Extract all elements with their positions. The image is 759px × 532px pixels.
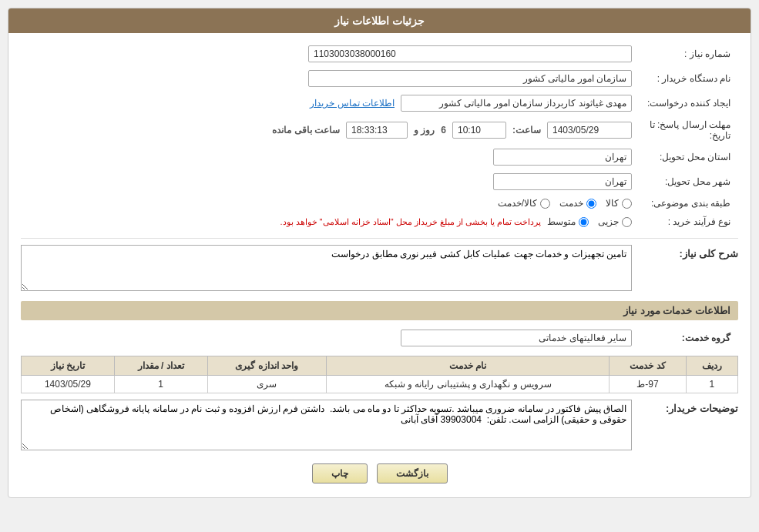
gorooh-input[interactable] <box>401 330 632 346</box>
tabaqe-khedmat-item[interactable]: خدمت <box>559 198 596 209</box>
cell-kod: 97-ط <box>610 376 686 393</box>
shahr-row: شهر محل تحویل: <box>22 170 737 193</box>
services-table: ردیف کد خدمت نام خدمت واحد اندازه گیری ت… <box>21 356 738 393</box>
tabaqe-khedmat-radio[interactable] <box>586 199 596 209</box>
tabaqe-kala-item[interactable]: کالا <box>606 198 632 209</box>
print-button[interactable]: چاپ <box>312 463 368 483</box>
tozihat-label: توضیحات خریدار: <box>638 400 738 414</box>
table-row: 1 97-ط سرویس و نگهداری و پشتیبانی رایانه… <box>22 376 738 393</box>
back-button[interactable]: بازگشت <box>377 463 448 483</box>
ijad-value-row: اطلاعات تماس خریدار <box>25 95 632 112</box>
shomara-label: شماره نیاز : <box>636 42 737 65</box>
cell-radif: 1 <box>686 376 737 393</box>
ostan-label: استان محل تحویل: <box>636 146 737 169</box>
gorooh-label: گروه خدمت: <box>636 326 737 350</box>
divider-1 <box>21 238 738 239</box>
sharh-label: شرح کلی نیاز: <box>638 245 738 259</box>
sharh-section: شرح کلی نیاز: تامین تجهیزات و خدمات جهت … <box>21 245 738 293</box>
nooe-jozi-item[interactable]: جزیی <box>598 216 632 227</box>
ostan-input[interactable] <box>493 149 632 166</box>
tabaqe-kala-radio[interactable] <box>622 199 632 209</box>
mohlat-label: مهلت ارسال پاسخ: تا تاریخ: <box>636 116 737 144</box>
dastgah-label: نام دستگاه خریدار : <box>636 67 737 90</box>
gorooh-section: گروه خدمت: <box>21 325 738 351</box>
shahr-label: شهر محل تحویل: <box>636 170 737 193</box>
cell-nam: سرویس و نگهداری و پشتیبانی رایانه و شبکه <box>327 376 610 393</box>
gorooh-row: گروه خدمت: <box>22 326 737 350</box>
saat-mande-input[interactable] <box>346 122 408 139</box>
contact-info-link[interactable]: اطلاعات تماس خریدار <box>310 98 395 109</box>
button-group: بازگشت چاپ <box>21 463 738 483</box>
rooz-value: 6 <box>441 125 446 136</box>
nooe-farayand-label: نوع فرآیند خرید : <box>636 213 737 230</box>
nooe-farayand-note: پرداخت تمام یا بخشی از مبلغ خریداز محل "… <box>280 217 541 227</box>
dastgah-input[interactable] <box>308 70 632 87</box>
nooe-jozi-radio[interactable] <box>622 217 632 227</box>
nooe-farayand-value-row: جزیی متوسط پرداخت تمام یا بخشی از مبلغ خ… <box>25 216 632 227</box>
mohlat-value-row: ساعت: 6 روز و ساعت باقی مانده <box>25 122 632 139</box>
date-input[interactable] <box>547 122 632 139</box>
khadamat-section-title: اطلاعات خدمات مورد نیاز <box>21 301 738 320</box>
nooe-motavasset-radio[interactable] <box>579 217 589 227</box>
ostan-row: استان محل تحویل: <box>22 146 737 169</box>
tabaqe-kala-khedmat-label: کالا/خدمت <box>498 198 537 209</box>
table-body: 1 97-ط سرویس و نگهداری و پشتیبانی رایانه… <box>22 376 738 393</box>
ijad-input[interactable] <box>401 95 632 112</box>
cell-tarikh: 1403/05/29 <box>22 376 115 393</box>
shomara-input[interactable] <box>308 45 632 62</box>
nooe-jozi-label: جزیی <box>598 216 619 227</box>
ijad-row: ایجاد کننده درخواست: اطلاعات تماس خریدار <box>22 92 737 115</box>
nooe-motavasset-label: متوسط <box>547 216 576 227</box>
sharh-textarea[interactable]: تامین تجهیزات و خدمات جهت عملیات کابل کش… <box>21 245 632 291</box>
col-vahed: واحد اندازه گیری <box>207 356 327 376</box>
col-kod: کد خدمت <box>610 356 686 376</box>
table-header: ردیف کد خدمت نام خدمت واحد اندازه گیری ت… <box>22 356 738 376</box>
tabaqe-khedmat-label: خدمت <box>559 198 583 209</box>
page-container: جزئیات اطلاعات نیاز شماره نیاز : نام د <box>0 0 759 532</box>
cell-tedad: 1 <box>114 376 207 393</box>
nooe-farayand-row: نوع فرآیند خرید : جزیی مت <box>22 213 737 230</box>
table-header-row: ردیف کد خدمت نام خدمت واحد اندازه گیری ت… <box>22 356 738 376</box>
col-tedad: تعداد / مقدار <box>114 356 207 376</box>
card-header: جزئیات اطلاعات نیاز <box>8 8 751 33</box>
col-nam: نام خدمت <box>327 356 610 376</box>
nooe-motavasset-item[interactable]: متوسط <box>547 216 589 227</box>
time-input[interactable] <box>452 122 506 139</box>
saat-mande-label: ساعت باقی مانده <box>272 125 340 136</box>
tozihat-section: توضیحات خریدار: الصاق پیش فاکتور در ساما… <box>21 400 738 453</box>
tabaqe-kala-khedmat-radio[interactable] <box>540 199 550 209</box>
rooz-label: روز و <box>414 125 435 136</box>
time-label: ساعت: <box>512 125 541 136</box>
tabaqe-row: طبقه بندی موضوعی: کالا خدمت <box>22 195 737 212</box>
col-radif: ردیف <box>686 356 737 376</box>
page-title: جزئیات اطلاعات نیاز <box>334 15 425 27</box>
card-body: شماره نیاز : نام دستگاه خریدار : <box>8 33 751 497</box>
info-section: شماره نیاز : نام دستگاه خریدار : <box>21 41 738 232</box>
cell-vahed: سری <box>207 376 327 393</box>
mohlat-row: مهلت ارسال پاسخ: تا تاریخ: ساعت: 6 روز و… <box>22 116 737 144</box>
col-tarikh: تاریخ نیاز <box>22 356 115 376</box>
tabaqe-kala-khedmat-item[interactable]: کالا/خدمت <box>498 198 550 209</box>
nooe-radio-group: جزیی متوسط <box>547 216 632 227</box>
tabaqe-label: طبقه بندی موضوعی: <box>636 195 737 212</box>
dastgah-row: نام دستگاه خریدار : <box>22 67 737 90</box>
shahr-input[interactable] <box>493 173 632 190</box>
main-card: جزئیات اطلاعات نیاز شماره نیاز : نام د <box>8 8 751 498</box>
tabaqe-kala-label: کالا <box>606 198 619 209</box>
tozihat-textarea[interactable]: الصاق پیش فاکتور در سامانه ضروری میباشد … <box>21 400 632 450</box>
shomara-row: شماره نیاز : <box>22 42 737 65</box>
ijad-label: ایجاد کننده درخواست: <box>636 92 737 115</box>
tabaqe-radio-group: کالا خدمت کالا/خدمت <box>25 198 632 209</box>
